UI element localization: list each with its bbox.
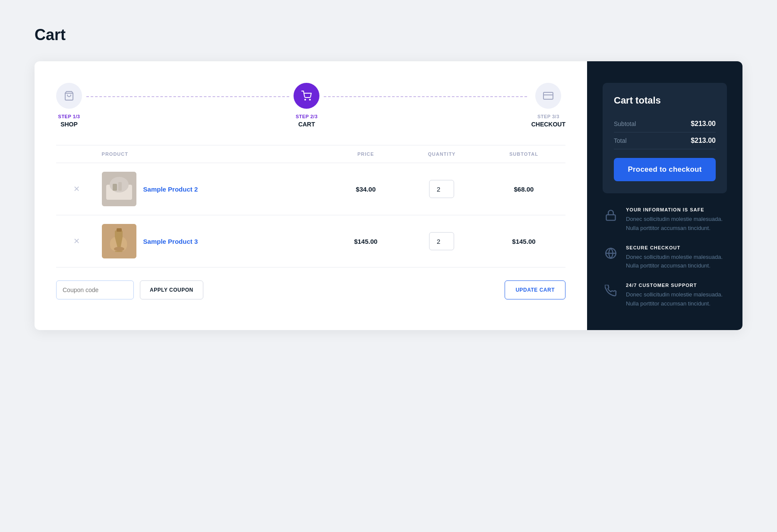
col-product: PRODUCT bbox=[98, 145, 330, 163]
update-cart-button[interactable]: UPDATE CART bbox=[505, 280, 565, 299]
step-line-1 bbox=[86, 96, 289, 97]
remove-item-2-button[interactable]: ✕ bbox=[72, 235, 82, 248]
cart-totals-title: Cart totals bbox=[614, 95, 716, 106]
product-1-subtotal: $68.00 bbox=[482, 163, 565, 215]
col-price: PRICE bbox=[330, 145, 401, 163]
trust-secure-heading: SECURE CHECKOUT bbox=[626, 245, 727, 250]
product-1-price: $34.00 bbox=[330, 163, 401, 215]
stepper: STEP 1/3 SHOP STEP 2/3 CART bbox=[56, 83, 565, 128]
product-1-link[interactable]: Sample Product 2 bbox=[143, 186, 198, 193]
svg-rect-9 bbox=[118, 182, 122, 191]
globe-icon bbox=[603, 245, 619, 261]
svg-point-2 bbox=[310, 99, 310, 100]
trust-item-safe: YOUR INFORMATION IS SAFE Donec sollicitu… bbox=[603, 207, 727, 233]
coupon-input[interactable] bbox=[56, 280, 134, 299]
trust-secure-desc: Donec sollicitudin molestie malesuada. N… bbox=[626, 253, 727, 271]
subtotal-label: Subtotal bbox=[614, 120, 636, 127]
cart-table: PRODUCT PRICE QUANTITY SUBTOTAL ✕ bbox=[56, 145, 565, 268]
trust-item-secure: SECURE CHECKOUT Donec sollicitudin moles… bbox=[603, 245, 727, 271]
trust-badges: YOUR INFORMATION IS SAFE Donec sollicitu… bbox=[603, 207, 727, 308]
coupon-row: APPLY COUPON UPDATE CART bbox=[56, 280, 565, 299]
page-title: Cart bbox=[35, 26, 742, 44]
step-cart-circle bbox=[294, 83, 319, 109]
step-shop-number: STEP 1/3 bbox=[58, 114, 80, 119]
subtotal-value: $213.00 bbox=[691, 120, 716, 128]
svg-point-13 bbox=[114, 247, 124, 251]
trust-safe-desc: Donec sollicitudin molestie malesuada. N… bbox=[626, 215, 727, 233]
svg-point-1 bbox=[305, 99, 306, 100]
step-line-2 bbox=[324, 96, 527, 97]
trust-support-desc: Donec sollicitudin molestie malesuada. N… bbox=[626, 290, 727, 308]
phone-icon bbox=[603, 283, 619, 299]
svg-rect-3 bbox=[543, 92, 553, 99]
table-row: ✕ bbox=[56, 163, 565, 215]
remove-item-1-button[interactable]: ✕ bbox=[72, 183, 82, 195]
product-2-link[interactable]: Sample Product 3 bbox=[143, 238, 198, 245]
main-container: STEP 1/3 SHOP STEP 2/3 CART bbox=[35, 61, 742, 330]
step-cart-name: CART bbox=[298, 121, 315, 128]
step-checkout-number: STEP 3/3 bbox=[537, 114, 559, 119]
step-checkout-circle bbox=[535, 83, 561, 109]
checkout-button[interactable]: Proceed to checkout bbox=[614, 158, 716, 181]
cart-totals-box: Cart totals Subtotal $213.00 Total $213.… bbox=[603, 83, 727, 193]
product-1-quantity[interactable] bbox=[429, 180, 454, 198]
total-label: Total bbox=[614, 137, 627, 144]
lock-icon bbox=[603, 207, 619, 224]
totals-panel: Cart totals Subtotal $213.00 Total $213.… bbox=[587, 61, 742, 330]
svg-rect-14 bbox=[606, 215, 616, 220]
product-2-image bbox=[102, 224, 136, 258]
apply-coupon-button[interactable]: APPLY COUPON bbox=[140, 280, 203, 299]
total-row: Total $213.00 bbox=[614, 132, 716, 149]
step-shop: STEP 1/3 SHOP bbox=[56, 83, 82, 128]
step-checkout: STEP 3/3 CHECKOUT bbox=[531, 83, 565, 128]
product-2-quantity[interactable] bbox=[429, 232, 454, 250]
step-shop-circle bbox=[56, 83, 82, 109]
col-quantity: QUANTITY bbox=[401, 145, 482, 163]
step-shop-name: SHOP bbox=[60, 121, 78, 128]
cart-panel: STEP 1/3 SHOP STEP 2/3 CART bbox=[35, 61, 587, 330]
trust-support-heading: 24/7 CUSTOMER SUPPORT bbox=[626, 283, 727, 288]
step-cart: STEP 2/3 CART bbox=[294, 83, 319, 128]
trust-item-support: 24/7 CUSTOMER SUPPORT Donec sollicitudin… bbox=[603, 283, 727, 308]
step-cart-number: STEP 2/3 bbox=[296, 114, 318, 119]
step-checkout-name: CHECKOUT bbox=[531, 121, 565, 128]
subtotal-row: Subtotal $213.00 bbox=[614, 116, 716, 132]
product-2-price: $145.00 bbox=[330, 215, 401, 268]
col-subtotal: SUBTOTAL bbox=[482, 145, 565, 163]
col-remove bbox=[56, 145, 98, 163]
svg-rect-12 bbox=[117, 228, 122, 232]
table-row: ✕ bbox=[56, 215, 565, 268]
product-2-subtotal: $145.00 bbox=[482, 215, 565, 268]
product-1-image bbox=[102, 172, 136, 206]
svg-rect-8 bbox=[113, 184, 117, 191]
total-value: $213.00 bbox=[691, 137, 716, 145]
trust-safe-heading: YOUR INFORMATION IS SAFE bbox=[626, 207, 727, 212]
